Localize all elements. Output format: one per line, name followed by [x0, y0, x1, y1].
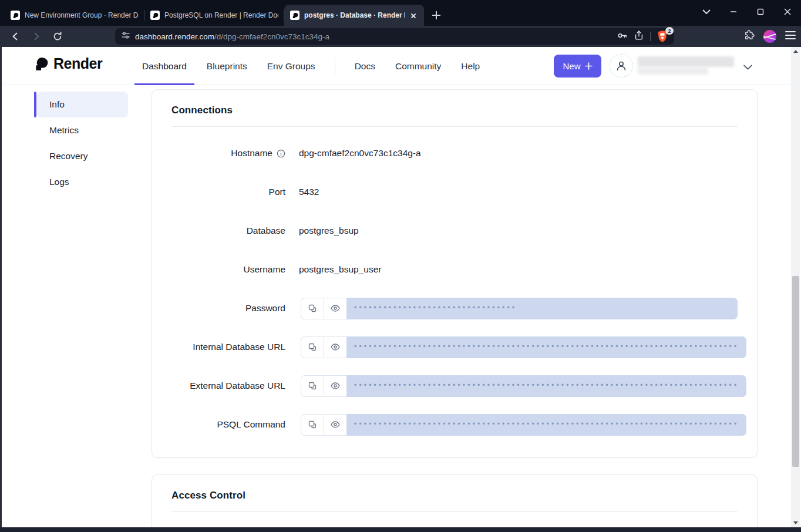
internal-db-url-label: Internal Database URL	[193, 342, 285, 352]
external-db-url-row: External Database URL ••••••••••••••••••…	[152, 366, 757, 405]
tab-title: New Environment Group · Render Das	[25, 11, 139, 19]
scrollbar-thumb[interactable]	[792, 276, 799, 467]
internal-db-url-masked-field[interactable]: ••••••••••••••••••••••••••••••••••••••••…	[346, 336, 746, 358]
eye-icon	[330, 419, 341, 430]
back-button[interactable]	[7, 28, 23, 45]
sidebar-item-recovery[interactable]: Recovery	[36, 143, 128, 169]
render-favicon-icon	[150, 11, 160, 20]
nav-dashboard[interactable]: Dashboard	[132, 47, 197, 85]
tab-postgres-database-active[interactable]: postgres · Database · Render Da	[284, 5, 424, 26]
database-label: Database	[247, 225, 285, 236]
psql-command-row: PSQL Command •••••••••••••••••••••••••••…	[152, 405, 757, 444]
nav-community[interactable]: Community	[385, 47, 451, 85]
account-chevron-down-icon[interactable]	[743, 62, 752, 72]
username-row: Username postgres_bsup_user	[152, 250, 757, 289]
tab-postgresql-docs[interactable]: PostgreSQL on Render | Render Docs	[144, 5, 284, 26]
copy-button[interactable]	[301, 298, 324, 319]
window-minimize-button[interactable]	[720, 0, 747, 23]
site-settings-icon[interactable]	[121, 31, 130, 42]
render-favicon-icon	[290, 11, 299, 20]
port-row: Port 5432	[152, 173, 757, 211]
nav-divider	[335, 58, 335, 75]
tab-search-chevron-icon[interactable]	[693, 0, 720, 23]
eye-icon	[330, 303, 341, 314]
window-edge-artifact	[0, 47, 2, 532]
copy-icon	[308, 304, 317, 313]
password-label: Password	[245, 303, 285, 314]
window-bottom-edge	[0, 527, 801, 532]
password-row: Password •••••••••••••••••••••••••••••••…	[152, 289, 757, 328]
connections-title: Connections	[171, 105, 738, 116]
reveal-button[interactable]	[324, 414, 346, 436]
browser-menu-icon[interactable]	[785, 31, 796, 42]
hostname-label: Hostname	[231, 148, 272, 159]
connections-card: Connections Hostname dpg-cmfaef2cn0vc73c…	[152, 89, 758, 458]
sidebar-item-logs[interactable]: Logs	[36, 169, 128, 195]
brave-shield-icon[interactable]: 2	[657, 30, 669, 43]
scroll-down-arrow-icon[interactable]	[791, 518, 800, 527]
port-value: 5432	[285, 187, 738, 197]
database-row: Database postgres_bsup	[152, 211, 757, 250]
window-maximize-button[interactable]	[747, 0, 774, 23]
external-db-url-label: External Database URL	[190, 381, 285, 391]
brand-wordmark: Render	[53, 55, 102, 72]
hostname-row: Hostname dpg-cmfaef2cn0vc73c1c34g-a	[152, 134, 757, 173]
copy-button[interactable]	[301, 375, 324, 397]
render-logo-icon	[33, 56, 49, 72]
page-scrollbar[interactable]	[791, 47, 800, 527]
render-favicon-icon	[11, 11, 20, 20]
account-avatar[interactable]	[610, 54, 633, 78]
nav-docs[interactable]: Docs	[345, 47, 385, 85]
share-icon[interactable]	[634, 30, 644, 43]
copy-button[interactable]	[301, 414, 324, 436]
internal-db-url-row: Internal Database URL ••••••••••••••••••…	[152, 328, 757, 366]
url-bar[interactable]: dashboard.render.com/d/dpg-cmfaef2cn0vc7…	[115, 28, 674, 45]
psql-command-masked-field[interactable]: ••••••••••••••••••••••••••••••••••••••••…	[346, 414, 746, 436]
url-text: dashboard.render.com/d/dpg-cmfaef2cn0vc7…	[135, 32, 329, 41]
url-host: dashboard.render.com	[135, 32, 214, 41]
render-dashboard-page: Render Dashboard Blueprints Env Groups D…	[0, 47, 801, 527]
access-control-title: Access Control	[171, 490, 738, 501]
sidebar-item-info[interactable]: Info	[36, 92, 128, 117]
new-button[interactable]: New	[554, 55, 601, 78]
browser-profile-avatar[interactable]	[763, 30, 776, 43]
external-db-url-masked-field[interactable]: ••••••••••••••••••••••••••••••••••••••••…	[346, 375, 746, 397]
tab-title: PostgreSQL on Render | Render Docs	[164, 11, 278, 19]
username-value: postgres_bsup_user	[285, 264, 738, 275]
browser-tab-bar: New Environment Group · Render Das Postg…	[0, 0, 801, 26]
person-icon	[615, 59, 628, 72]
tab-new-environment-group[interactable]: New Environment Group · Render Das	[5, 5, 144, 26]
reveal-button[interactable]	[324, 336, 346, 358]
browser-toolbar: dashboard.render.com/d/dpg-cmfaef2cn0vc7…	[0, 26, 801, 47]
access-control-card: Access Control	[152, 474, 758, 527]
database-value: postgres_bsup	[285, 225, 738, 236]
reveal-button[interactable]	[324, 298, 346, 319]
reveal-button[interactable]	[324, 375, 346, 397]
forward-button[interactable]	[28, 28, 45, 45]
url-path: /d/dpg-cmfaef2cn0vc73c1c34g-a	[214, 32, 329, 41]
app-header: Render Dashboard Blueprints Env Groups D…	[0, 47, 801, 85]
eye-icon	[330, 381, 341, 391]
window-close-button[interactable]	[774, 0, 801, 23]
copy-icon	[308, 342, 317, 352]
port-label: Port	[269, 187, 285, 197]
new-tab-button[interactable]	[429, 8, 444, 23]
nav-env-groups[interactable]: Env Groups	[257, 47, 325, 85]
tab-close-icon[interactable]	[409, 11, 418, 20]
account-name-redacted	[638, 56, 734, 75]
reload-button[interactable]	[49, 28, 66, 45]
render-logo[interactable]: Render	[33, 55, 102, 72]
nav-blueprints[interactable]: Blueprints	[197, 47, 257, 85]
copy-icon	[308, 420, 317, 429]
password-masked-field[interactable]: •••••••••••••••••••••••••••••••••	[346, 298, 738, 319]
extensions-puzzle-icon[interactable]	[743, 29, 755, 43]
nav-help[interactable]: Help	[451, 47, 490, 85]
key-icon[interactable]	[617, 30, 628, 43]
tab-title: postgres · Database · Render Da	[304, 11, 405, 19]
sidebar-item-metrics[interactable]: Metrics	[36, 117, 128, 143]
copy-button[interactable]	[301, 336, 324, 358]
info-icon[interactable]	[277, 149, 285, 158]
scroll-up-arrow-icon[interactable]	[791, 47, 800, 56]
hostname-value: dpg-cmfaef2cn0vc73c1c34g-a	[285, 148, 738, 159]
main-nav: Dashboard Blueprints Env Groups Docs Com…	[132, 47, 490, 85]
